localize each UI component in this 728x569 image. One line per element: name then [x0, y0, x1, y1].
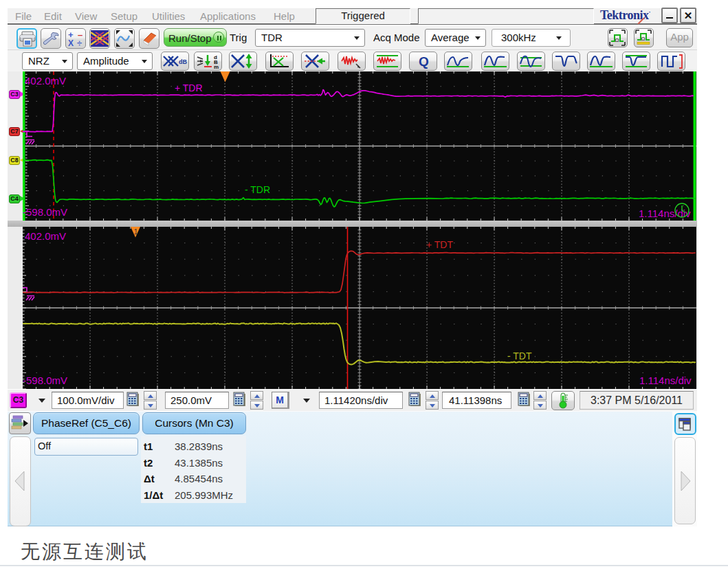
svg-text:1.114ns/div: 1.114ns/div [639, 375, 692, 386]
svg-text:Ω: Ω [641, 36, 646, 42]
svg-text:- TDR: - TDR [245, 184, 270, 195]
svg-text:Q: Q [419, 54, 429, 69]
svg-text:402.0mV: 402.0mV [25, 75, 66, 87]
svg-text:+ TDR: + TDR [175, 82, 203, 93]
svg-text:dB: dB [179, 58, 187, 65]
svg-text:-598.0mV: -598.0mV [23, 375, 67, 386]
svg-text:X: X [68, 38, 74, 48]
svg-text:402.0mV: 402.0mV [25, 230, 66, 242]
svg-text:-598.0mV: -598.0mV [23, 206, 67, 218]
svg-text:Ω: Ω [615, 37, 619, 43]
svg-text:- TDT: - TDT [507, 350, 532, 361]
svg-text:+ TDT: + TDT [426, 239, 453, 250]
svg-text:÷: ÷ [77, 38, 82, 48]
svg-text:1: 1 [134, 227, 138, 236]
svg-text:m: m [214, 64, 219, 70]
